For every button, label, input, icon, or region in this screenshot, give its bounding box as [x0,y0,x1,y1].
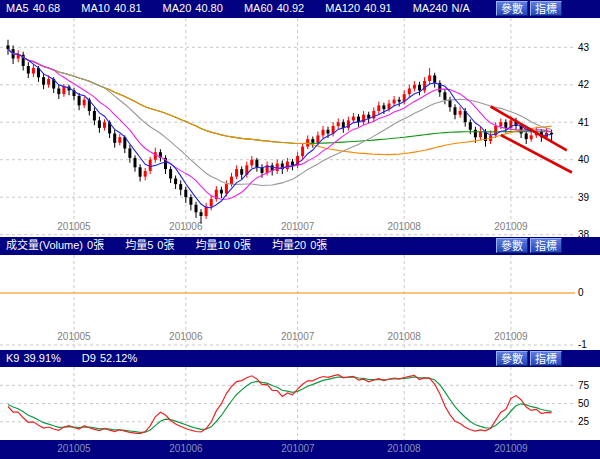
x-axis-label: 201006 [166,443,206,454]
params-button[interactable]: 參數 [496,238,528,253]
svg-text:201005: 201005 [57,331,91,342]
svg-text:41: 41 [578,117,590,128]
volume-readout: 成交量(Volume)0張 [6,239,104,251]
vol-ma20-readout: 均量200張 [272,239,327,251]
svg-text:39: 39 [578,192,590,203]
svg-text:201006: 201006 [169,331,203,342]
price-y-labels: 434241403938 [578,42,590,237]
x-axis-label: 201009 [491,443,531,454]
ma240-readout: MA240N/A [413,2,470,14]
volume-x-labels: 201005201006201007201008201009 [57,331,528,342]
svg-text:50: 50 [578,398,590,409]
vol-ma10-readout: 均量100張 [196,239,251,251]
indicator-button[interactable]: 指標 [530,351,562,366]
svg-text:43: 43 [578,42,590,53]
svg-text:201007: 201007 [281,221,315,232]
x-axis-bar: 201005201006201007201008201009 [0,440,600,459]
k9-line [8,375,552,434]
svg-text:201007: 201007 [281,331,315,342]
price-panel-header: MA540.68 MA1040.81 MA2040.80 MA6040.92 M… [0,0,600,18]
params-button[interactable]: 參數 [496,1,528,16]
price-chart[interactable]: 2010052010062010072010082010094342414039… [0,18,600,237]
price-gridlines [0,18,575,237]
price-x-labels: 201005201006201007201008201009 [57,221,528,232]
svg-text:0: 0 [578,287,584,298]
ma20-readout: MA2040.80 [163,2,223,14]
ma120-readout: MA12040.91 [325,2,391,14]
svg-text:201009: 201009 [494,331,528,342]
svg-text:201005: 201005 [57,221,91,232]
x-axis-label: 201007 [278,443,318,454]
params-button[interactable]: 參數 [496,351,528,366]
d9-readout: D952.12% [82,352,137,364]
vol-ma5-readout: 均量50張 [125,239,174,251]
k9-readout: K939.91% [6,352,61,364]
x-axis-label: 201005 [54,443,94,454]
ma5-readout: MA540.68 [6,2,60,14]
volume-chart[interactable]: 0-1201005201006201007201008201009 [0,255,600,350]
volume-y-labels: 0-1 [578,287,587,350]
svg-text:38: 38 [578,229,590,237]
kd-panel-header: K939.91% D952.12% 參數 指標 [0,350,600,367]
svg-text:42: 42 [578,79,590,90]
svg-text:75: 75 [578,380,590,391]
svg-text:25: 25 [578,416,590,427]
svg-text:201008: 201008 [388,221,422,232]
ma10-readout: MA1040.81 [81,2,141,14]
stock-chart-window: MA540.68 MA1040.81 MA2040.80 MA6040.92 M… [0,0,600,459]
indicator-button[interactable]: 指標 [530,238,562,253]
kd-chart[interactable]: 755025 [0,367,600,440]
svg-text:-1: -1 [578,339,587,350]
svg-text:201006: 201006 [169,221,203,232]
svg-text:201008: 201008 [388,331,422,342]
indicator-button[interactable]: 指標 [530,1,562,16]
x-axis-label: 201008 [384,443,424,454]
svg-text:40: 40 [578,154,590,165]
svg-text:201009: 201009 [494,221,528,232]
kd-y-labels: 755025 [578,380,590,428]
ma60-readout: MA6040.92 [244,2,304,14]
volume-panel-header: 成交量(Volume)0張 均量50張 均量100張 均量200張 參數 指標 [0,237,600,255]
